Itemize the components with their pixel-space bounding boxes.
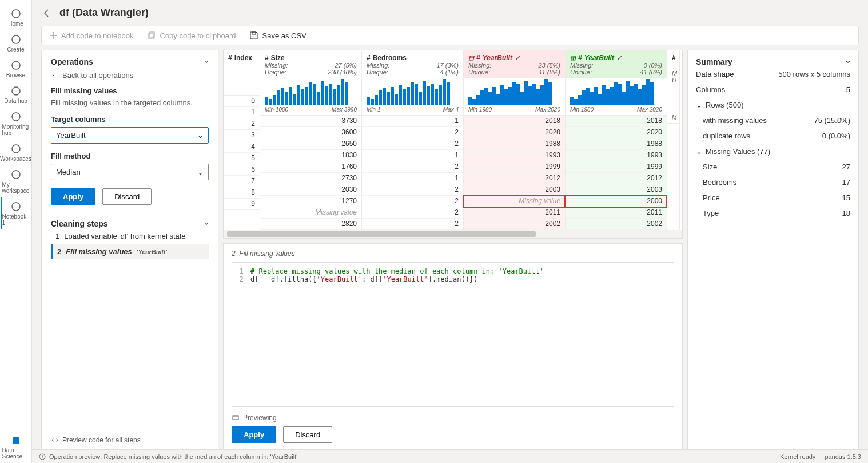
svg-rect-8 [13,437,19,444]
code-preview-panel: 2 Fill missing values 1 # Replace missin… [223,243,683,449]
plus-icon [10,34,22,45]
grid-cell[interactable]: 6 [224,164,260,176]
chevron-down-icon[interactable]: › [203,223,212,225]
grid-cell[interactable]: 2 [362,196,463,207]
grid-cell[interactable]: 3 [224,130,260,141]
grid-cell[interactable]: 0 [224,96,260,107]
grid-cell[interactable]: 2003 [464,184,565,196]
svg-rect-11 [252,32,256,34]
leftrail-notebook-1[interactable]: Notebook 1 [1,197,30,229]
my-icon [10,169,22,180]
leftrail-data-hub[interactable]: Data hub [2,82,30,108]
grid-cell[interactable]: 2012 [566,173,667,184]
grid-cell[interactable]: 2000 [566,196,667,207]
preview-code-link[interactable]: Preview code for all steps [42,432,218,449]
grid-cell[interactable]: 1760 [260,161,361,173]
grid-cell[interactable]: 2 [362,161,463,173]
grid-cell[interactable]: 2003 [566,184,667,196]
grid-cell[interactable]: 2020 [566,127,667,138]
grid-column: # index0123456789 [224,50,260,230]
grid-column: # SizeMissing:27 (5%)Unique:238 (48%)Min… [260,50,362,230]
leftrail-home[interactable]: Home [2,5,30,30]
grid-cell[interactable]: 1988 [464,138,565,150]
grid-cell[interactable]: 1 [362,173,463,184]
grid-cell[interactable]: 2002 [566,219,667,230]
grid-cell[interactable]: 4 [224,141,260,153]
leftrail-browse[interactable]: Browse [2,56,30,82]
grid-cell[interactable]: 2020 [464,127,565,138]
chevron-down-icon[interactable]: › [845,61,854,64]
grid-cell[interactable]: 2 [362,184,463,196]
data-science-icon [10,434,22,446]
grid-cell[interactable]: Missing value [260,207,361,219]
grid-cell[interactable]: 2 [362,207,463,219]
leftrail-workspaces[interactable]: Workspaces [2,140,30,165]
grid-cell[interactable]: 1 [362,150,463,161]
grid-cell[interactable]: Missing value [464,196,565,207]
grid-cell[interactable]: 2030 [260,184,361,196]
chevron-down-icon[interactable]: › [203,61,212,64]
grid-cell[interactable]: 1988 [566,138,667,150]
grid-cell[interactable]: 2730 [260,173,361,184]
code-editor[interactable]: 1 # Replace missing values with the medi… [232,262,674,407]
missing-value-row: Price15 [696,190,850,205]
grid-cell[interactable]: 1270 [260,196,361,207]
leftrail-my-workspace[interactable]: My workspace [2,165,30,197]
grid-cell[interactable]: 2002 [464,219,565,230]
grid-cell[interactable]: 7 [224,176,260,187]
discard-button[interactable]: Discard [102,188,152,205]
grid-cell[interactable]: 2011 [566,207,667,219]
grid-cell[interactable]: 1999 [566,161,667,173]
grid-cell[interactable]: 2018 [566,116,667,127]
missing-values-expander[interactable]: ⌄Missing Values (77) [696,144,850,159]
grid-cell[interactable]: 2 [362,219,463,230]
grid-cell[interactable]: 1 [362,116,463,127]
save-csv-button[interactable]: Save as CSV [249,31,306,40]
grid-cell[interactable]: 2 [362,127,463,138]
code-icon [51,436,59,444]
rows-expander[interactable]: ⌄Rows (500) [696,97,850,113]
grid-cell[interactable]: 2 [362,138,463,150]
fill-method-select[interactable]: Median ⌄ [51,164,209,180]
grid-column: ⊟ # YearBuilt✓Missing:23 (5%)Unique:41 (… [464,50,566,230]
grid-cell[interactable]: 3730 [260,116,361,127]
copy-code-button[interactable]: Copy code to clipboard [148,31,236,40]
grid-cell[interactable]: 2 [224,118,260,130]
missing-value-row: Size27 [696,159,850,175]
code-apply-button[interactable]: Apply [232,426,276,443]
grid-cell[interactable]: 2650 [260,138,361,150]
target-columns-select[interactable]: YearBuilt ⌄ [51,127,209,144]
leftrail-data-science[interactable]: Data Science [2,431,30,463]
grid-cell[interactable]: 1830 [260,150,361,161]
grid-cell[interactable]: 2018 [464,116,565,127]
code-discard-button[interactable]: Discard [283,426,332,443]
leftrail-create[interactable]: Create [2,30,30,56]
grid-cell[interactable]: 1999 [464,161,565,173]
apply-button[interactable]: Apply [51,188,95,205]
preview-icon [232,414,240,422]
add-code-button[interactable]: Add code to notebook [49,31,134,40]
grid-cell[interactable]: 2012 [464,173,565,184]
previewing-status: Previewing [232,414,674,422]
grid-cell[interactable]: 2820 [260,219,361,230]
grid-cell[interactable]: 8 [224,187,260,199]
missing-value-row: Bedrooms17 [696,175,850,190]
grid-cell[interactable]: 1993 [464,150,565,161]
grid-cell[interactable]: 2011 [464,207,565,219]
back-to-operations-link[interactable]: Back to all operations [51,71,209,80]
cleaning-step[interactable]: 2Fill missing values'YearBuilt' [51,244,209,259]
back-arrow-icon[interactable] [41,7,53,19]
leftrail-monitoring-hub[interactable]: Monitoring hub [2,108,30,140]
grid-cell[interactable]: 5 [224,153,260,164]
arrow-left-icon [51,72,59,80]
grid-cell[interactable]: 3600 [260,127,361,138]
grid-cell[interactable]: 9 [224,199,260,210]
target-columns-label: Target columns [51,115,209,124]
horizontal-scrollbar[interactable] [224,230,682,238]
grid-cell[interactable]: 1993 [566,150,667,161]
svg-point-3 [12,87,20,95]
nb-icon [10,201,22,212]
copy-icon [148,31,157,40]
cleaning-step[interactable]: 1Loaded variable 'df' from kernel state [51,228,209,244]
grid-cell[interactable]: 1 [224,107,260,118]
